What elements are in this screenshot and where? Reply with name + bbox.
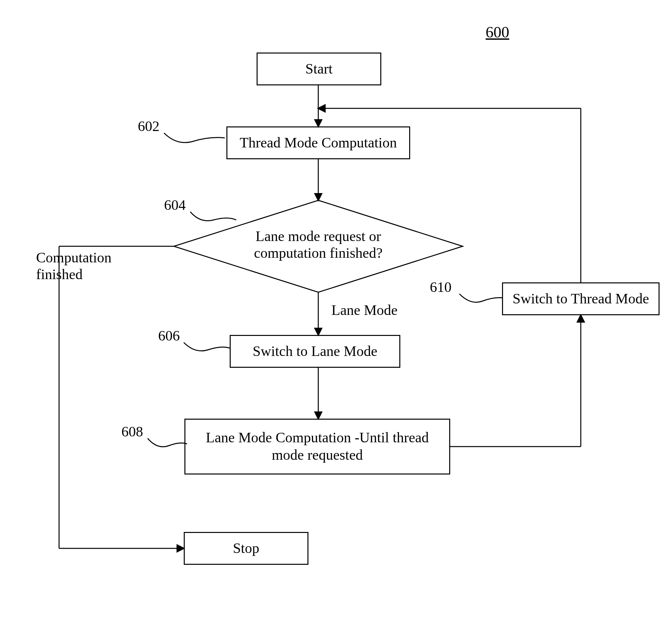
start-box: Start [257,52,381,85]
decision-text: Lane mode request or computation finishe… [236,228,400,261]
flowchart-canvas: 600 Start Thread Mode Computation Switch… [0,0,672,617]
squiggle-606 [184,343,230,351]
figure-ref: 600 [485,23,509,41]
switch-to-thread-mode-box: Switch to Thread Mode [502,282,660,315]
squiggle-610 [459,294,502,302]
lane-mode-computation-box: Lane Mode Computation -Until thread mode… [185,419,450,474]
edge-label-computation-finished: Computation finished [36,249,128,283]
callout-602: 602 [138,118,159,135]
stop-box: Stop [184,532,308,565]
thread-mode-computation-box: Thread Mode Computation [227,127,410,159]
squiggle-602 [164,133,225,143]
callout-610: 610 [430,279,451,296]
edge-label-lane-mode: Lane Mode [331,302,410,319]
callout-608: 608 [121,424,143,440]
squiggle-608 [148,438,187,447]
callout-604: 604 [164,197,186,214]
switch-to-lane-mode-box: Switch to Lane Mode [230,335,400,368]
squiggle-604 [190,212,236,221]
callout-606: 606 [158,328,180,345]
